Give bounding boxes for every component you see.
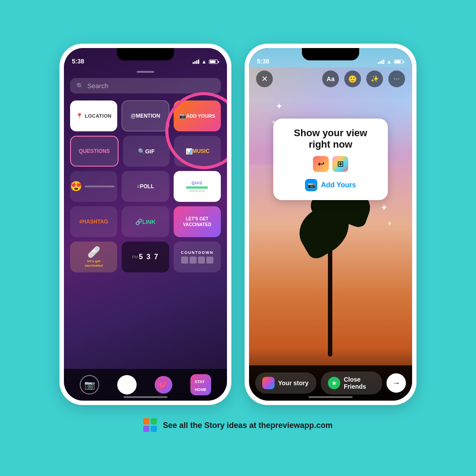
search-icon: 🔍 bbox=[76, 82, 84, 89]
sticker-sheet: 🔍 Search 📍 LOCATION @MENTION 📷 bbox=[64, 67, 227, 401]
icon-q2 bbox=[151, 418, 157, 424]
face-icon: 🙂 bbox=[348, 75, 357, 83]
phone1-screen: 5:38 ▲ bbox=[64, 48, 227, 401]
grid-icon: ⊞ bbox=[337, 159, 344, 169]
quiz-bar-1 bbox=[186, 186, 208, 189]
app-background: 5:38 ▲ bbox=[0, 0, 476, 476]
gif-search-icon: 🔍 bbox=[138, 148, 145, 155]
phone2-status-icons: ▲ bbox=[378, 59, 404, 65]
sticker-row-2: QUESTIONS 🔍 GIF 📊 MUSIC bbox=[70, 136, 221, 167]
countdown-label: COUNTDOWN bbox=[181, 250, 213, 255]
gif-label: GIF bbox=[145, 148, 155, 155]
p2-signal-bar-1 bbox=[378, 62, 379, 64]
story-circle[interactable] bbox=[117, 375, 137, 394]
phone2: 5:38 ▲ bbox=[245, 44, 416, 405]
quiz-label: QUIZ bbox=[192, 181, 203, 185]
your-story-label: Your story bbox=[278, 379, 309, 387]
sticker-add-yours[interactable]: 📷 ADD YOURS bbox=[174, 100, 221, 131]
add-yours-label: ADD YOURS bbox=[186, 113, 215, 119]
countdown-block-3 bbox=[198, 257, 205, 264]
text-button[interactable]: Aa bbox=[322, 71, 339, 87]
phone1: 5:38 ▲ bbox=[60, 44, 231, 405]
add-yours-button[interactable]: 📷 Add Yours bbox=[282, 179, 379, 191]
add-yours-card: Show your view right now ↩ ⊞ 📷 Add bbox=[273, 119, 388, 200]
vaccinated-label: LET'S GETVACCINATED bbox=[183, 216, 211, 227]
sparkle-right-low: ✦ bbox=[387, 220, 392, 227]
more-button[interactable]: ··· bbox=[388, 71, 405, 87]
sticker-row-3: 😍 ≡ POLL QUIZ bbox=[70, 171, 221, 202]
drag-handle[interactable] bbox=[137, 71, 154, 73]
sticker-link[interactable]: 🔗 LINK bbox=[122, 206, 169, 237]
sticker-emoji-slider[interactable]: 😍 bbox=[70, 171, 117, 202]
icon-q1 bbox=[143, 418, 149, 424]
phone2-battery-icon bbox=[394, 60, 404, 64]
sticker-row-5: 🩹 let's getvaccinated PM 5 3 7 COUNTDOWN bbox=[70, 242, 221, 272]
phone2-battery-body bbox=[394, 60, 403, 64]
story-toolbar: ✕ Aa 🙂 ✨ ··· bbox=[249, 67, 412, 90]
footer: See all the Story ideas at thepreviewapp… bbox=[143, 418, 332, 432]
card-title: Show your view right now bbox=[282, 127, 379, 151]
timer-digits: 5 3 7 bbox=[139, 253, 159, 261]
sticker-lets-get[interactable]: 🩹 let's getvaccinated bbox=[70, 242, 117, 272]
countdown-block-1 bbox=[181, 257, 188, 264]
bandaid-emoji: 🩹 bbox=[87, 246, 100, 258]
sticker-poll[interactable]: ≡ POLL bbox=[122, 171, 169, 202]
search-bar[interactable]: 🔍 Search bbox=[70, 78, 221, 93]
phone1-notch bbox=[117, 48, 174, 60]
sticker-countdown[interactable]: COUNTDOWN bbox=[174, 242, 221, 272]
close-button[interactable]: ✕ bbox=[256, 71, 273, 87]
phone1-status-icons: ▲ bbox=[193, 59, 219, 65]
sticker-gif[interactable]: 🔍 GIF bbox=[123, 136, 170, 167]
card-emoji-1: ↩ bbox=[313, 156, 329, 172]
camera-btn[interactable]: 📷 bbox=[80, 375, 99, 394]
send-story-button[interactable]: → bbox=[387, 373, 406, 393]
poll-label: POLL bbox=[140, 183, 154, 190]
signal-bar-3 bbox=[196, 60, 197, 64]
phone2-screen: 5:38 ▲ bbox=[249, 48, 412, 401]
add-yours-camera-btn: 📷 bbox=[305, 179, 317, 191]
p2-signal-bar-4 bbox=[383, 60, 384, 64]
emoji-icon: 😍 bbox=[70, 181, 82, 192]
sticker-hashtag[interactable]: #HASHTAG bbox=[70, 206, 117, 237]
p2-signal-bar-2 bbox=[379, 61, 381, 64]
bottom-sticker-btn[interactable]: 💕 bbox=[155, 376, 172, 394]
pm-label: PM bbox=[132, 255, 138, 259]
card-emoji-row: ↩ ⊞ bbox=[282, 156, 379, 172]
close-friends-icon: ★ bbox=[328, 377, 340, 389]
music-label: MUSIC bbox=[193, 148, 210, 154]
sticker-row-1: 📍 LOCATION @MENTION 📷 ADD YOURS bbox=[70, 100, 221, 131]
your-story-button[interactable]: Your story bbox=[255, 372, 316, 394]
wifi-icon: ▲ bbox=[201, 59, 207, 65]
location-icon: 📍 bbox=[76, 113, 83, 119]
face-button[interactable]: 🙂 bbox=[344, 71, 361, 87]
sticker-row-4: #HASHTAG 🔗 LINK LET'S GETVACCINATED bbox=[70, 206, 221, 237]
sticker-vaccinated[interactable]: LET'S GETVACCINATED bbox=[174, 206, 221, 237]
close-friends-button[interactable]: ★ Close Friends bbox=[321, 372, 382, 394]
sticker-questions[interactable]: QUESTIONS bbox=[70, 136, 119, 167]
sticker-mention[interactable]: @MENTION bbox=[122, 100, 170, 131]
countdown-block-2 bbox=[190, 257, 197, 264]
your-story-icon bbox=[262, 377, 275, 389]
phone2-time: 5:38 bbox=[257, 58, 269, 65]
sticker-quiz[interactable]: QUIZ bbox=[174, 171, 221, 202]
more-dots-icon: ··· bbox=[394, 75, 399, 83]
sticker-music[interactable]: 📊 MUSIC bbox=[174, 136, 221, 167]
countdown-blocks bbox=[181, 257, 213, 264]
add-yours-btn-label: Add Yours bbox=[321, 181, 356, 189]
poll-lines-icon: ≡ bbox=[137, 183, 140, 190]
camera-icon: 📷 bbox=[308, 182, 315, 189]
send-arrow-icon: → bbox=[392, 379, 400, 388]
close-icon: ✕ bbox=[261, 74, 268, 84]
signal-bar-2 bbox=[194, 61, 196, 64]
sparkle-right: ✦ bbox=[380, 202, 388, 213]
add-yours-camera-icon: 📷 bbox=[179, 113, 186, 119]
phone2-notch bbox=[302, 48, 359, 60]
stay-home-btn[interactable]: STAYHOME bbox=[190, 374, 211, 395]
footer-text: See all the Story ideas at thepreviewapp… bbox=[163, 421, 332, 430]
sparkle-button[interactable]: ✨ bbox=[366, 71, 383, 87]
phone1-home-indicator bbox=[123, 396, 167, 398]
sparkle-icon: ✨ bbox=[371, 75, 379, 83]
sticker-timer[interactable]: PM 5 3 7 bbox=[122, 242, 169, 272]
slider-bar bbox=[85, 186, 115, 187]
sticker-location[interactable]: 📍 LOCATION bbox=[70, 100, 117, 131]
